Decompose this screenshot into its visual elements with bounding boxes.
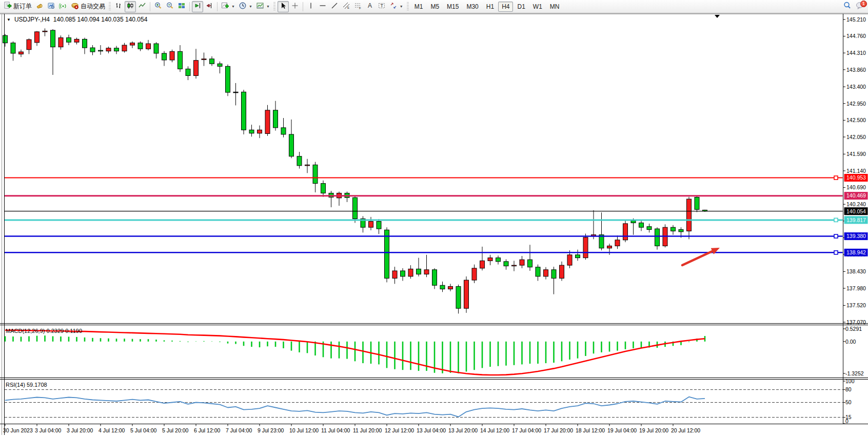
periods-icon [239,2,247,12]
horizontal-line-button[interactable] [317,1,328,12]
line-handle-marker[interactable] [834,176,838,180]
time-tick-label: 5 Jul 04:00 [130,427,157,433]
text-label-icon: T [378,2,386,12]
rsi-tick-label: 0 [845,418,849,424]
auto-scroll-icon [193,2,202,12]
timeframe-h1[interactable]: H1 [483,2,498,12]
macd-tick-label: 0.00 [845,339,856,345]
fibonacci-button[interactable]: F [352,1,364,12]
timeframe-m15[interactable]: M15 [443,2,462,12]
vertical-line-icon [307,2,315,12]
time-tick-label: 3 Jul 20:00 [67,427,93,433]
candlestick-chart-icon [126,2,134,12]
cursor-button[interactable] [278,1,289,12]
chart-canvas[interactable]: 145.210144.760144.310143.860143.400142.9… [0,13,868,436]
tile-windows-icon [177,2,186,12]
trendline-button[interactable] [329,1,340,12]
price-tick-label: 142.050 [846,134,866,140]
toolbar-grip[interactable] [109,2,111,11]
price-tick-label: 141.140 [846,168,866,174]
search-icon [843,1,852,12]
time-tick-label: 20 Jul 12:00 [671,427,700,433]
time-tick-label: 7 Jul 04:00 [226,427,252,433]
time-tick-label: 19 Jul 04:00 [607,427,637,433]
price-tick-label: 137.520 [846,302,866,308]
zoom-in-button[interactable] [152,1,164,12]
svg-text:F: F [359,7,361,10]
rsi-tick-label: 50 [845,399,852,405]
templates-button[interactable]: ▼ [254,1,271,12]
price-tag-label: 139.817 [846,217,866,223]
price-tick-label: 142.500 [846,117,866,123]
timeframe-mn[interactable]: MN [546,2,563,12]
arrows-icon [389,2,398,12]
toolbar: 新订单 自动交易 [0,0,868,13]
chart-shift-icon [205,2,213,12]
timeframe-w1[interactable]: W1 [529,2,546,12]
time-tick-label: 17 Jul 20:00 [544,427,573,433]
vertical-line-button[interactable] [305,1,317,12]
timeframe-m5[interactable]: M5 [427,2,443,12]
price-tick-label: 144.760 [846,33,866,39]
timeframe-m30[interactable]: M30 [463,2,482,12]
trendline-icon [330,2,339,12]
time-tick-label: 5 Jul 20:00 [162,427,189,433]
auto-trading-label: 自动交易 [81,2,105,11]
chevron-down-icon[interactable]: ▼ [7,17,11,22]
text-button[interactable]: A [364,1,376,12]
time-tick-label: 10 Jul 12:00 [289,427,319,433]
timeframe-h4[interactable]: H4 [498,2,513,12]
zoom-out-icon [166,2,174,12]
market-watch-button[interactable] [34,1,45,12]
toolbar-grip[interactable] [407,2,409,11]
chevron-down-icon: ▼ [249,5,252,8]
bar-chart-button[interactable] [113,1,124,12]
auto-trading-button[interactable]: 自动交易 [69,1,107,12]
data-window-button[interactable] [46,1,57,12]
terminal-window: 新订单 自动交易 [0,0,868,436]
svg-text:T: T [380,3,383,8]
price-tick-label: 141.590 [846,151,866,157]
candlestick-chart-button[interactable] [125,1,136,12]
arrows-button[interactable]: ▼ [388,1,405,12]
tile-windows-button[interactable] [176,1,187,12]
price-tick-label: 137.070 [846,319,866,325]
price-tick-label: 143.860 [846,67,866,73]
timeframe-d1[interactable]: D1 [514,2,528,12]
indicators-button[interactable]: ▼ [220,1,236,12]
line-handle-marker[interactable] [834,251,838,254]
zoom-out-button[interactable] [164,1,175,12]
bar-chart-icon [114,2,123,12]
timeframe-m1[interactable]: M1 [411,2,427,12]
chart-symbol-period: USDJPY-,H4 [14,16,50,23]
price-tag-label: 139.380 [846,233,866,239]
text-label-button[interactable]: T [376,1,387,12]
auto-trading-icon [71,2,79,12]
equidistant-channel-button[interactable]: E [341,1,352,12]
line-handle-marker[interactable] [834,234,838,238]
crosshair-button[interactable] [289,1,301,12]
price-tick-label: 145.210 [846,16,866,23]
templates-icon [256,2,264,12]
chart-shift-button[interactable] [204,1,215,12]
rsi-label: RSI(14) 59.1708 [6,382,47,388]
notification-badge: 1 [860,1,867,7]
new-order-button[interactable]: 新订单 [2,1,33,12]
chat-button[interactable]: 1 [854,1,866,12]
time-tick-label: 30 Jun 2023 [3,427,33,433]
time-tick-label: 13 Jul 04:00 [417,427,446,433]
price-tag-label: 140.469 [846,192,866,199]
toolbar-grip[interactable] [273,2,275,11]
signals-button[interactable] [57,1,69,12]
time-tick-label: 17 Jul 04:00 [512,427,541,433]
auto-scroll-button[interactable] [192,1,203,12]
time-tick-label: 14 Jul 12:00 [480,427,509,433]
search-button[interactable] [841,1,853,12]
svg-text:E: E [347,6,349,9]
time-tick-label: 4 Jul 12:00 [98,427,125,433]
periods-button[interactable]: ▼ [237,1,254,12]
chart-quote-ohlc: 140.085 140.094 140.035 140.054 [53,16,148,23]
line-chart-button[interactable] [136,1,148,12]
line-handle-marker[interactable] [834,218,838,222]
market-watch-icon [35,2,44,12]
